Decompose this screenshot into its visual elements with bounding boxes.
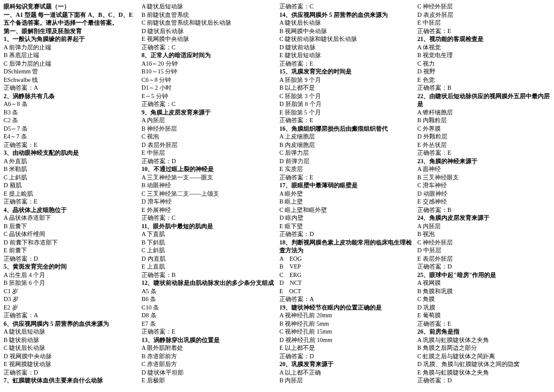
option-or-answer-line: D 巩膜	[417, 303, 550, 312]
question-or-heading-line: 11、眼外肌中最短的肌肉是	[142, 222, 275, 231]
option-or-answer-line: D 内直肌	[142, 255, 275, 263]
option-or-answer-line: B3 条	[4, 108, 137, 117]
option-or-answer-line: B 内颗粒层	[417, 116, 550, 125]
option-or-answer-line: C 上斜肌	[142, 246, 275, 255]
option-or-answer-line: D 睫状后长动脉	[142, 27, 275, 36]
question-or-heading-line: 眼科知识竞赛试题（一）	[4, 2, 137, 11]
option-or-answer-line: A 内胚层	[417, 222, 550, 231]
option-or-answer-line: B 视觉电生理	[417, 51, 550, 60]
option-or-answer-line: A 视网膜	[417, 279, 550, 287]
option-or-answer-line: D 表层外胚层	[142, 141, 275, 149]
option-or-answer-line: 正确答案：D	[142, 157, 275, 166]
question-or-heading-line: 3、由动眼神经支配的肌肉是	[4, 149, 137, 157]
option-or-answer-line: D3 岁	[4, 295, 137, 303]
question-or-heading-line: 21、视功能的客观检查是	[417, 35, 550, 43]
option-or-answer-line: 正确答案：D	[417, 376, 550, 385]
option-or-answer-line: 正确答案：E	[417, 320, 550, 328]
option-or-answer-line: C 前睫状血管系统和睫状后长动脉	[142, 19, 275, 27]
option-or-answer-line: C10 条	[142, 303, 275, 312]
option-or-answer-line: ESchwalbe 线	[4, 76, 137, 84]
option-or-answer-line: 正确答案：C	[142, 43, 275, 52]
option-or-answer-line: A 下直肌	[142, 230, 275, 238]
option-or-answer-line: A 以上都不正确	[279, 369, 412, 377]
option-or-answer-line: DSchlemm 管	[4, 67, 137, 76]
option-or-answer-line: A 睫状后短动脉	[4, 328, 137, 336]
question-or-heading-line: 10、不通过眶上裂的神经是	[142, 165, 275, 173]
option-or-answer-line: A 胚胎第 9 个月	[279, 76, 412, 84]
question-or-heading-line: 18、判断视网膜色素上皮功能常用的临床电生理检查方法为	[279, 238, 412, 255]
option-or-answer-line: D 视野	[417, 67, 550, 76]
option-or-answer-line: D 中胚层	[417, 246, 550, 255]
option-or-answer-line: E 色觉	[417, 76, 550, 84]
option-or-answer-line: 正确答案：C	[142, 214, 275, 222]
option-or-answer-line: A 眶外壁	[279, 190, 412, 198]
option-or-answer-line: B 前睫状血管系统	[142, 11, 275, 19]
option-or-answer-line: A 三叉神经第一支——眼支	[142, 173, 275, 182]
option-or-answer-line: 正确答案：A	[4, 84, 137, 92]
question-or-heading-line: 4、晶状体上皮细胞位于	[4, 206, 137, 214]
option-or-answer-line: D 胚胎第 8 个月	[279, 100, 412, 108]
option-or-answer-line: A6～8 条	[4, 100, 137, 108]
exam-document-page: 眼科知识竞赛试题（一）一、A1 型题 每一道试题下面有 A、B、C、D、E 五个…	[0, 0, 554, 392]
question-or-heading-line: 6、供应视网膜内 5 层营养的血供来源为	[4, 320, 137, 328]
option-or-answer-line: 正确答案：E	[279, 60, 412, 68]
option-or-answer-line: B 动眼神经	[142, 181, 275, 190]
option-or-answer-line: B 以上都不是	[279, 84, 412, 92]
option-or-answer-line: E7 条	[142, 320, 275, 328]
option-or-answer-line: A 巩膜与虹膜睫状体之夹角	[417, 336, 550, 344]
option-or-answer-line: E 葡萄膜	[417, 311, 550, 320]
option-or-answer-line: A 视神经孔前 20mm	[279, 311, 412, 320]
option-or-answer-line: E 外丛状层	[417, 141, 550, 149]
option-or-answer-line: B10～15 分钟	[142, 67, 275, 76]
option-or-answer-line: 正确答案：E	[279, 173, 412, 182]
option-or-answer-line: D 睫状前动脉	[279, 43, 412, 52]
option-or-answer-line: B 胚胎第 6 个月	[4, 279, 137, 287]
option-or-answer-line: 正确答案：B	[417, 84, 550, 92]
option-or-answer-line: C 外界膜	[417, 125, 550, 133]
option-or-answer-line: D 视神经孔前 10mm	[279, 336, 412, 344]
option-or-answer-line: C 眶上壁和眶外壁	[279, 206, 412, 214]
option-or-answer-line: 正确答案：D	[4, 255, 137, 263]
option-or-answer-line: 正确答案：E	[417, 149, 550, 157]
option-or-answer-line: B 眶上壁	[279, 198, 412, 206]
option-or-answer-line: B 视神经孔前 5mm	[279, 320, 412, 328]
option-or-answer-line: D 滑车神经	[142, 198, 275, 206]
option-or-answer-line: C ERG	[279, 271, 412, 279]
option-or-answer-line: C 睫状后长动脉	[4, 344, 137, 352]
option-or-answer-line: E OCT	[279, 287, 412, 296]
option-or-answer-line: B 角膜之后两边之部分	[417, 344, 550, 352]
option-or-answer-line: B 内皮细胞层	[279, 141, 412, 149]
option-or-answer-line: 正确答案：B	[142, 271, 275, 279]
option-or-answer-line: E 角膜与虹膜睫状体之夹角	[417, 369, 550, 377]
option-or-answer-line: D 前囊下和赤道部下	[4, 238, 137, 247]
option-or-answer-line: 正确答案：E	[417, 27, 550, 36]
option-or-answer-line: 正确答案：A	[279, 295, 412, 303]
option-or-answer-line: A EOG	[279, 255, 412, 263]
option-or-answer-line: D1～2 小时	[142, 84, 275, 92]
option-or-answer-line: B 基底层止端	[4, 51, 137, 60]
option-or-answer-line: C 后弹力层	[279, 149, 412, 157]
question-or-heading-line: 9、角膜上皮层发育来源于	[142, 108, 275, 117]
option-or-answer-line: A 晶状体赤道部下	[4, 214, 137, 222]
option-or-answer-line: 正确答案：E	[4, 141, 137, 149]
option-or-answer-line: A5 条	[142, 287, 275, 296]
option-or-answer-line: C1 岁	[4, 287, 137, 296]
option-or-answer-line: E4～7 条	[4, 132, 137, 141]
option-or-answer-line: A 内胚层	[142, 116, 275, 125]
option-or-answer-line: C 滑车神经	[417, 181, 550, 190]
option-or-answer-line: B VEP	[279, 263, 412, 271]
option-or-answer-line: C 赤道部后方	[142, 360, 275, 369]
option-or-answer-line: C 三叉神经第二支——上颌支	[142, 190, 275, 198]
question-or-heading-line: 26、前房角是指	[417, 328, 550, 336]
option-or-answer-line: C 睫状前动脉和睫状后长动脉	[279, 35, 412, 43]
option-or-answer-line: C 虹膜之后与睫状体之间距离	[417, 352, 550, 361]
question-or-heading-line: 14、供应视网膜外 5 层营养的血供来源为	[279, 11, 412, 19]
option-or-answer-line: 正确答案：E	[279, 116, 412, 125]
option-or-answer-line: D 视网膜中央动脉	[4, 352, 137, 361]
option-or-answer-line: 正确答案：C	[142, 100, 275, 108]
option-or-answer-line: D 巩膜、角膜与虹膜睫状体之间的隐窝	[417, 360, 550, 369]
question-or-heading-line: 23、角膜的神经来源于	[417, 157, 550, 166]
option-or-answer-line: C 视神经孔前 15mm	[279, 328, 412, 336]
option-or-answer-line: E 交感神经	[417, 198, 550, 206]
option-or-answer-line: 正确答案：D	[4, 369, 137, 377]
